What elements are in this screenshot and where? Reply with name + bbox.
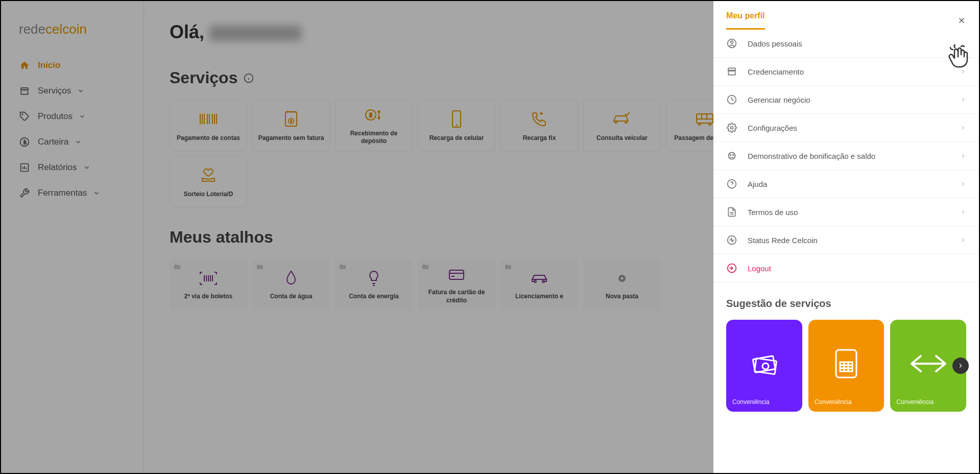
logout-icon: [726, 263, 737, 274]
profile-item-label: Dados pessoais: [748, 39, 966, 48]
svg-rect-61: [755, 358, 777, 374]
svg-point-62: [762, 363, 769, 369]
svg-rect-64: [840, 362, 852, 371]
suggestions-next-button[interactable]: [952, 358, 969, 374]
suggestion-category: Conveniência: [896, 398, 960, 406]
profile-item-status[interactable]: Status Rede Celcoin: [713, 226, 979, 254]
suggestion-card-2[interactable]: Conveniência: [808, 320, 885, 412]
store-icon: [726, 66, 737, 77]
chevron-right-icon: [960, 97, 966, 103]
pulse-icon: [726, 234, 737, 246]
chevron-right-icon: [960, 181, 966, 187]
profile-item-credenciamento[interactable]: Credenciamento: [713, 58, 979, 86]
svg-point-53: [733, 155, 734, 156]
svg-rect-63: [836, 350, 856, 377]
suggestion-category: Conveniência: [815, 398, 878, 406]
doc-icon: [726, 206, 737, 218]
profile-header: Meu perfil: [713, 1, 979, 30]
chevron-right-icon: [960, 153, 966, 159]
profile-item-label: Ajuda: [748, 180, 960, 188]
profile-item-dados-pessoais[interactable]: Dados pessoais: [713, 30, 979, 58]
money-icon: [732, 329, 796, 398]
svg-point-50: [731, 127, 733, 129]
svg-point-52: [730, 155, 731, 156]
transfer-icon: [896, 329, 960, 398]
clock-icon: [726, 94, 737, 105]
profile-item-label: Credenciamento: [748, 67, 960, 76]
cursor-hand-illustration: [946, 44, 971, 73]
logout-label: Logout: [748, 264, 966, 273]
chip-icon: [815, 329, 878, 398]
profile-panel: Meu perfil Dados pessoais Credenciamento…: [713, 1, 979, 473]
profile-item-logout[interactable]: Logout: [713, 254, 979, 282]
profile-item-ajuda[interactable]: Ajuda: [713, 170, 979, 198]
suggestion-card-1[interactable]: Conveniência: [726, 320, 802, 412]
help-icon: [726, 178, 737, 189]
profile-item-label: Termos de uso: [748, 208, 960, 217]
profile-item-gerenciar-negocio[interactable]: Gerenciar negócio: [713, 86, 979, 114]
suggestion-section: Sugestão de serviços Conveniência Conven…: [713, 282, 979, 427]
suggestion-title: Sugestão de serviços: [726, 298, 966, 310]
close-button[interactable]: [957, 16, 966, 25]
profile-tab[interactable]: Meu perfil: [726, 11, 765, 30]
profile-item-label: Status Rede Celcoin: [748, 236, 960, 245]
user-icon: [726, 38, 737, 49]
svg-point-48: [731, 41, 733, 43]
profile-item-label: Configurações: [748, 124, 960, 132]
lion-icon: [726, 150, 737, 161]
gear-icon: [726, 122, 737, 133]
suggestion-category: Conveniência: [732, 398, 796, 406]
profile-item-demonstrativo[interactable]: Demonstrativo de bonificação e saldo: [713, 142, 979, 170]
chevron-right-icon: [960, 237, 966, 243]
profile-item-termos[interactable]: Termos de uso: [713, 198, 979, 226]
profile-item-configuracoes[interactable]: Configurações: [713, 114, 979, 142]
suggestion-grid: Conveniência Conveniência Conveniência: [726, 320, 966, 412]
chevron-right-icon: [960, 125, 966, 131]
profile-item-label: Demonstrativo de bonificação e saldo: [748, 152, 960, 160]
profile-item-label: Gerenciar negócio: [748, 96, 960, 104]
chevron-right-icon: [960, 209, 966, 215]
